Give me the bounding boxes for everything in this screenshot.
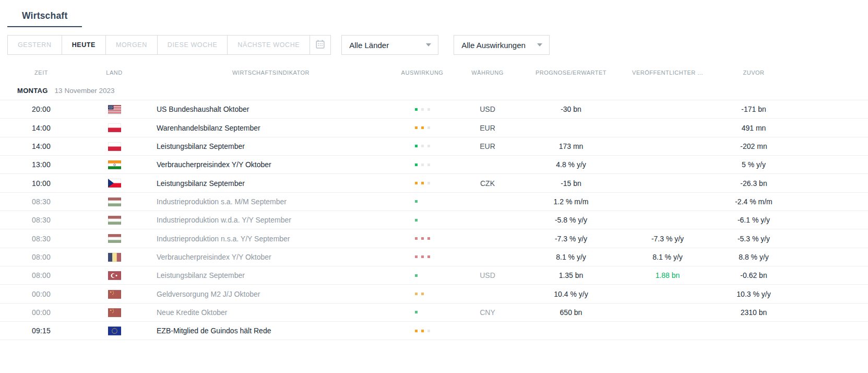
event-row[interactable]: 14:00 Leistungsbilanz September EUR 173 … [0, 137, 868, 156]
column-header-zeit: ZEIT [7, 69, 75, 76]
event-currency: CNY [456, 308, 519, 317]
flag-pl-icon [108, 123, 121, 132]
impact-filter-select[interactable]: Alle Auswirkungen [454, 35, 550, 55]
event-time: 08:30 [7, 235, 75, 243]
date-range-button-group: GESTERNHEUTEMORGENDIESE WOCHENÄCHSTE WOC… [7, 35, 331, 55]
event-forecast: 173 mn [519, 142, 623, 150]
flag-hu-icon [108, 197, 121, 206]
economic-calendar-table: ZEITLANDWIRTSCHAFTSINDIKATORAUSWIRKUNGWÄ… [0, 64, 868, 340]
event-country [75, 215, 153, 225]
tab-wirtschaft[interactable]: Wirtschaft [7, 7, 82, 27]
chevron-down-icon [426, 43, 431, 46]
event-row[interactable]: 08:30 Industrieproduktion s.a. M/M Septe… [0, 193, 868, 211]
event-country [75, 326, 153, 335]
range-button-morgen[interactable]: MORGEN [105, 36, 157, 54]
event-row[interactable]: 00:00 Geldversorgung M2 J/J Oktober 10.4… [0, 285, 868, 303]
orange-impact-dot [421, 126, 424, 129]
event-indicator: Geldversorgung M2 J/J Oktober [153, 290, 388, 298]
red-impact-dot [415, 237, 418, 240]
event-forecast: 1.2 % m/m [519, 197, 623, 206]
red-impact-dot [427, 255, 430, 258]
orange-impact-dot [415, 293, 418, 295]
event-previous: 8.8 % y/y [712, 253, 795, 261]
flag-eu-icon [108, 327, 121, 335]
event-previous: -26.3 bn [712, 179, 795, 188]
event-row[interactable]: 08:30 Industrieproduktion w.d.a. Y/Y Sep… [0, 211, 868, 229]
green-impact-dot [415, 145, 418, 147]
range-button-gestern[interactable]: GESTERN [8, 36, 62, 54]
country-filter-select[interactable]: Alle Länder [341, 35, 438, 55]
orange-impact-dot [415, 330, 418, 332]
event-row[interactable]: 14:00 Warenhandelsbilanz September EUR 4… [0, 119, 868, 137]
event-currency: USD [456, 105, 519, 113]
calendar-picker-button[interactable] [310, 36, 330, 54]
country-filter-value: Alle Länder [349, 41, 389, 50]
event-previous: 491 mn [712, 124, 795, 132]
event-country [75, 289, 153, 299]
range-button-diese-woche[interactable]: DIESE WOCHE [157, 36, 228, 54]
gray-impact-dot [421, 311, 424, 313]
event-currency: CZK [456, 179, 519, 188]
event-row[interactable]: 08:00 Leistungsbilanz September USD 1.35… [0, 266, 868, 285]
event-country [75, 308, 153, 317]
event-row[interactable]: 08:30 Industrieproduktion n.s.a. Y/Y Sep… [0, 229, 868, 248]
table-header-row: ZEITLANDWIRTSCHAFTSINDIKATORAUSWIRKUNGWÄ… [0, 64, 868, 81]
event-time: 08:30 [7, 216, 75, 224]
red-impact-dot [415, 255, 418, 258]
event-row[interactable]: 09:15 EZB-Mitglied de Guindos hält Rede [0, 322, 868, 340]
event-indicator: Verbraucherpreisindex Y/Y Oktober [153, 160, 388, 169]
event-indicator: Industrieproduktion n.s.a. Y/Y September [153, 235, 388, 243]
tabbar: Wirtschaft [0, 0, 868, 27]
event-row[interactable]: 20:00 US Bundeshaushalt Oktober USD -30 … [0, 100, 868, 119]
impact-indicator [388, 293, 456, 295]
date-group-row: MONTAG 13 November 2023 [0, 81, 868, 100]
green-impact-dot [415, 274, 418, 277]
event-actual: 8.1 % y/y [623, 253, 712, 261]
event-indicator: Industrieproduktion w.d.a. Y/Y September [153, 216, 388, 224]
event-actual: -7.3 % y/y [623, 235, 712, 243]
gray-impact-dot [421, 108, 424, 111]
gray-impact-dot [427, 182, 430, 184]
event-forecast: -15 bn [519, 179, 623, 188]
event-actual: 1.88 bn [623, 271, 712, 279]
event-previous: -202 mn [712, 142, 795, 150]
impact-indicator [388, 145, 456, 147]
impact-indicator [388, 255, 456, 258]
event-time: 00:00 [7, 290, 75, 298]
gray-impact-dot [421, 200, 424, 203]
event-row[interactable]: 00:00 Neue Kredite Oktober CNY 650 bn 23… [0, 304, 868, 322]
gray-impact-dot [427, 164, 430, 166]
column-header-zuvor: ZUVOR [712, 69, 795, 76]
green-impact-dot [415, 200, 418, 203]
red-impact-dot [427, 237, 430, 240]
tab-wirtschaft-label: Wirtschaft [22, 10, 67, 21]
event-row[interactable]: 10:00 Leistungsbilanz September CZK -15 … [0, 174, 868, 192]
flag-cn-icon [108, 290, 121, 299]
gray-impact-dot [421, 164, 424, 166]
impact-indicator [388, 164, 456, 166]
column-header-auswirkung: AUSWIRKUNG [388, 69, 456, 76]
event-previous: 10.3 % y/y [712, 290, 795, 298]
event-previous: 2310 bn [712, 308, 795, 317]
impact-indicator [388, 330, 456, 332]
event-time: 00:00 [7, 308, 75, 317]
flag-cn-icon [108, 308, 121, 317]
impact-filter-value: Alle Auswirkungen [461, 41, 526, 50]
event-currency: USD [456, 271, 519, 279]
gray-impact-dot [427, 219, 430, 222]
orange-impact-dot [421, 293, 424, 295]
range-button-heute[interactable]: HEUTE [62, 36, 105, 54]
event-time: 08:00 [7, 253, 75, 261]
event-forecast: -30 bn [519, 105, 623, 113]
orange-impact-dot [415, 182, 418, 184]
event-row[interactable]: 13:00 Verbraucherpreisindex Y/Y Oktober … [0, 156, 868, 174]
gray-impact-dot [421, 274, 424, 277]
event-previous: 5 % y/y [712, 160, 795, 169]
orange-impact-dot [415, 126, 418, 129]
event-indicator: Leistungsbilanz September [153, 271, 388, 279]
range-button-n-chste-woche[interactable]: NÄCHSTE WOCHE [227, 36, 310, 54]
event-forecast: -5.8 % y/y [519, 216, 623, 224]
gray-impact-dot [427, 145, 430, 147]
event-row[interactable]: 08:00 Verbraucherpreisindex Y/Y Oktober … [0, 248, 868, 266]
event-forecast: 8.1 % y/y [519, 253, 623, 261]
